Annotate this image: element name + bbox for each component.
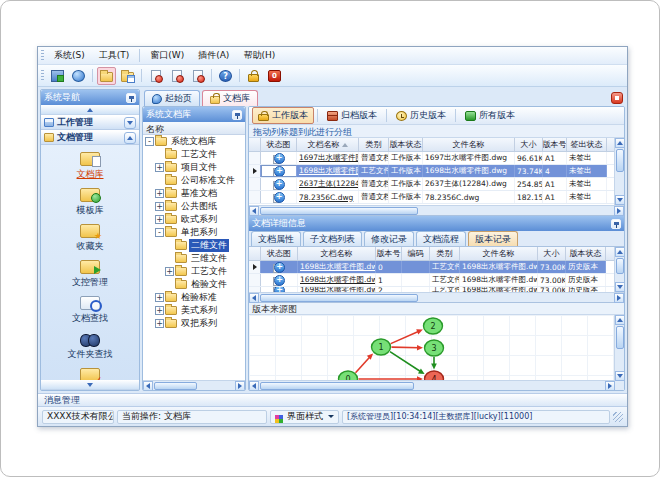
menu-item-2[interactable]: 窗口(W)	[143, 47, 191, 64]
scrollbar-thumb[interactable]	[260, 207, 418, 215]
nav-scroll-up[interactable]	[41, 105, 139, 115]
column-header[interactable]: 状态图	[261, 247, 298, 260]
scroll-up-button[interactable]	[615, 247, 625, 257]
toolbar-grip[interactable]	[41, 70, 44, 81]
tree-node[interactable]: +欧式系列	[143, 213, 245, 226]
version-grid-horizontal-scrollbar[interactable]	[249, 292, 624, 302]
detail-tab-0[interactable]: 文档属性	[251, 231, 301, 246]
scroll-left-button[interactable]	[249, 206, 259, 216]
sidebar-item-folder-template[interactable]: 模板库	[41, 184, 139, 220]
tab-start-page[interactable]: 起始页	[144, 90, 200, 106]
graph-horizontal-scrollbar[interactable]	[249, 380, 615, 390]
tree-node[interactable]: +双把系列	[143, 317, 245, 330]
tree-node[interactable]: +公共图纸	[143, 200, 245, 213]
expand-icon[interactable]: +	[155, 215, 164, 224]
scroll-right-button[interactable]	[605, 381, 615, 391]
column-header[interactable]: 状态图	[261, 138, 297, 151]
column-header[interactable]: 版本状态	[566, 247, 606, 260]
table-row[interactable]: 2637主体(12284).dwg普通文档工作版本2637主体(12284).d…	[249, 178, 614, 191]
tree-horizontal-scrollbar[interactable]	[143, 380, 245, 390]
column-header[interactable]: 编码	[402, 247, 430, 260]
tab-close-button[interactable]	[611, 92, 623, 104]
column-header[interactable]: 版本号	[543, 138, 567, 151]
column-header[interactable]: 大小	[538, 247, 566, 260]
detail-tab-4[interactable]: 版本记录	[468, 231, 518, 246]
column-header[interactable]: 类别	[430, 247, 460, 260]
chevron-up-icon[interactable]	[124, 132, 136, 144]
sidebar-item-binoculars[interactable]: 文件夹查找	[41, 328, 139, 364]
tree-node[interactable]: +检验标准	[143, 291, 245, 304]
column-header[interactable]: 版本号	[376, 247, 402, 260]
expand-icon[interactable]: +	[155, 202, 164, 211]
nav-scroll-down[interactable]	[41, 380, 139, 390]
column-header[interactable]: 文档名称	[298, 247, 376, 260]
scroll-down-button[interactable]	[615, 371, 625, 381]
tree-node[interactable]: -单把系列	[143, 226, 245, 239]
detail-pushpin-icon[interactable]	[611, 219, 621, 229]
tree-node[interactable]: +美式系列	[143, 304, 245, 317]
detail-tab-2[interactable]: 修改记录	[364, 231, 414, 246]
scroll-up-button[interactable]	[615, 138, 625, 148]
expand-icon[interactable]: +	[155, 319, 164, 328]
ui-style-dropdown[interactable]: 界面样式	[270, 410, 339, 424]
expand-icon[interactable]: +	[155, 306, 164, 315]
toolbar-button-doc-delete[interactable]	[188, 67, 207, 85]
scroll-left-button[interactable]	[249, 293, 259, 303]
sidebar-item-doc-search[interactable]: 文档查找	[41, 292, 139, 328]
toolbar-button-power[interactable]	[265, 67, 284, 85]
column-header[interactable]: 文档名称	[297, 138, 359, 151]
scroll-up-button[interactable]	[615, 315, 625, 325]
chevron-down-icon[interactable]	[124, 117, 136, 129]
toolbar-button-help[interactable]	[216, 67, 235, 85]
expand-icon[interactable]: +	[165, 267, 174, 276]
scroll-down-button[interactable]	[615, 282, 625, 292]
toolbar-button-doc-mail[interactable]	[167, 67, 186, 85]
tree-pushpin-icon[interactable]	[232, 110, 242, 120]
version-button-1[interactable]: 归档版本	[321, 107, 383, 124]
scrollbar-thumb[interactable]	[616, 258, 624, 274]
tree-node[interactable]: 三维文件	[143, 252, 245, 265]
tree-node[interactable]: 检验文件	[143, 278, 245, 291]
scroll-right-button[interactable]	[614, 293, 624, 303]
version-button-2[interactable]: 历史版本	[390, 107, 452, 124]
scroll-down-button[interactable]	[615, 195, 625, 205]
tree-node[interactable]: +项目文件	[143, 161, 245, 174]
tree-node[interactable]: +工艺文件	[143, 265, 245, 278]
tree-node[interactable]: 工艺文件	[143, 148, 245, 161]
toolbar-button-screen[interactable]	[48, 67, 67, 85]
menu-item-3[interactable]: 插件(A)	[191, 47, 236, 64]
tree-column-header[interactable]: 名称	[143, 122, 245, 135]
sidebar-item-folder-checkout[interactable]: 签出的文档	[41, 364, 139, 380]
scrollbar-thumb[interactable]	[616, 326, 624, 349]
column-header[interactable]: 文件名称	[460, 247, 538, 260]
tree-node[interactable]: 二维文件	[143, 239, 245, 252]
expand-icon[interactable]: +	[155, 163, 164, 172]
table-row[interactable]: 1698出水嘴零件图.dwg1工艺文件1698出水嘴零件图.dwg73.00KB…	[249, 274, 614, 287]
menu-item-4[interactable]: 帮助(H)	[236, 47, 282, 64]
scrollbar-thumb[interactable]	[260, 382, 414, 390]
detail-tab-1[interactable]: 子文档列表	[303, 231, 362, 246]
tree-node[interactable]: 公司标准文件	[143, 174, 245, 187]
scrollbar-thumb[interactable]	[616, 149, 624, 172]
tree-node[interactable]: +基准文档	[143, 187, 245, 200]
pushpin-icon[interactable]	[126, 93, 136, 103]
expand-icon[interactable]: +	[155, 293, 164, 302]
document-grid-horizontal-scrollbar[interactable]	[249, 205, 624, 215]
tree-node[interactable]: -系统文档库	[143, 135, 245, 148]
menu-grip[interactable]	[41, 50, 44, 61]
table-row[interactable]: 1698出水嘴零件图.dwg0工艺文件1698出水嘴零件图.dwg73.00KB…	[249, 261, 614, 274]
nav-group-0[interactable]: 工作管理	[41, 115, 139, 130]
table-row[interactable]: 1698出水嘴零件图.dwg工艺文件工作版本1698出水嘴零件图.dwg73.7…	[249, 165, 614, 178]
message-bar[interactable]: 消息管理	[38, 393, 627, 406]
scroll-right-button[interactable]	[614, 206, 624, 216]
menu-item-0[interactable]: 系统(S)	[47, 47, 92, 64]
version-button-3[interactable]: 所有版本	[459, 107, 521, 124]
graph-vertical-scrollbar[interactable]	[614, 315, 624, 381]
collapse-icon[interactable]: -	[155, 228, 164, 237]
detail-tab-3[interactable]: 文档流程	[416, 231, 466, 246]
toolbar-button-globe[interactable]	[69, 67, 88, 85]
column-header[interactable]: 文件名称	[423, 138, 515, 151]
toolbar-button-folder-list[interactable]	[118, 67, 137, 85]
scrollbar-thumb[interactable]	[154, 382, 197, 390]
column-header[interactable]: 大小	[515, 138, 543, 151]
